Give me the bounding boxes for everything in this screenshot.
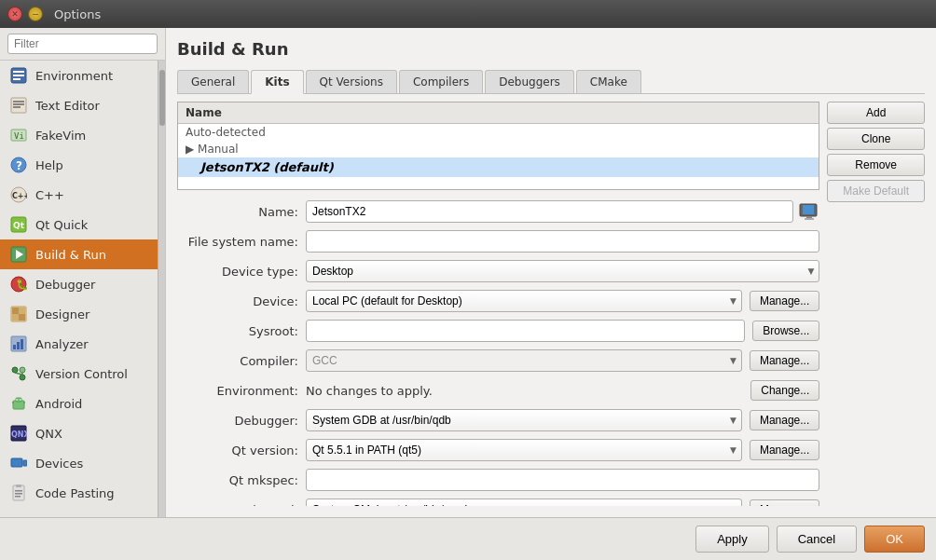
svg-point-29 <box>12 367 18 373</box>
tab-qt-versions[interactable]: Qt Versions <box>306 70 397 93</box>
compiler-select[interactable]: GCC <box>306 349 742 372</box>
minimize-button[interactable]: − <box>28 7 43 21</box>
sidebar-item-version-control[interactable]: Version Control <box>0 359 158 389</box>
form-row-qt-version: Qt version: Qt 5.5.1 in PATH (qt5) Manag… <box>177 438 819 462</box>
devices-label: Devices <box>35 457 83 471</box>
form-area: Name: File system name: <box>177 199 819 506</box>
form-row-cmake-tool: CMake Tool: System CMake at /usr/bin/cma… <box>177 498 819 506</box>
svg-point-31 <box>20 367 25 373</box>
filesystem-label: File system name: <box>177 235 298 249</box>
device-select[interactable]: Local PC (default for Desktop) <box>306 290 742 312</box>
sidebar-item-help[interactable]: ? Help <box>0 150 158 180</box>
qt-mkspec-input[interactable] <box>306 469 819 491</box>
sidebar-item-cpp[interactable]: C++ C++ <box>0 180 158 210</box>
sidebar-item-android[interactable]: Android <box>0 389 158 418</box>
form-row-device: Device: Local PC (default for Desktop) M… <box>177 289 819 313</box>
android-icon <box>9 394 28 413</box>
build-run-label: Build & Run <box>35 248 106 262</box>
add-button[interactable]: Add <box>827 102 925 124</box>
cpp-label: C++ <box>35 188 64 202</box>
debugger-select[interactable]: System GDB at /usr/bin/qdb <box>306 409 742 431</box>
sidebar-item-designer[interactable]: Designer <box>0 299 158 329</box>
cmake-tool-select[interactable]: System CMake at /usr/bin/cmake <box>306 499 742 506</box>
name-input[interactable] <box>306 200 793 223</box>
compiler-manage-button[interactable]: Manage... <box>750 350 819 371</box>
compiler-select-wrapper: GCC <box>306 349 742 372</box>
sysroot-browse-button[interactable]: Browse... <box>752 321 819 341</box>
svg-rect-24 <box>19 314 25 321</box>
text-editor-icon <box>9 96 28 115</box>
make-default-button[interactable]: Make Default <box>827 180 925 202</box>
device-type-select[interactable]: Desktop <box>306 260 819 282</box>
sidebar-item-code-pasting[interactable]: Code Pasting <box>0 478 158 508</box>
filesystem-input[interactable] <box>306 230 819 253</box>
svg-text:🐛: 🐛 <box>16 278 28 291</box>
sidebar-item-analyzer[interactable]: Analyzer <box>0 329 158 359</box>
environment-change-button[interactable]: Change... <box>750 380 819 401</box>
tab-debuggers[interactable]: Debuggers <box>485 70 574 93</box>
kit-list-area: Name Auto-detected ▶ Manual JetsonTX2 (d… <box>177 102 819 506</box>
sidebar-list: Environment Text Editor Vi FakeVim <box>0 61 158 517</box>
window-title: Options <box>54 7 101 21</box>
kit-item-jetsontx2[interactable]: JetsonTX2 (default) <box>178 157 819 177</box>
cmake-tool-manage-button[interactable]: Manage... <box>750 499 819 506</box>
kit-group-auto: Auto-detected <box>178 124 819 141</box>
help-icon: ? <box>9 156 28 174</box>
qt-version-manage-button[interactable]: Manage... <box>750 440 819 460</box>
device-select-wrapper: Local PC (default for Desktop) <box>306 290 742 312</box>
sidebar-item-environment[interactable]: Environment <box>0 61 158 90</box>
filter-input[interactable] <box>7 34 158 54</box>
sidebar-item-devices[interactable]: Devices <box>0 448 158 478</box>
analyzer-label: Analyzer <box>35 337 89 351</box>
name-input-group <box>306 200 819 223</box>
sidebar-item-debugger[interactable]: 🐛 Debugger <box>0 269 158 299</box>
tab-general[interactable]: General <box>177 70 249 93</box>
device-label: Device: <box>177 294 298 308</box>
form-row-sysroot: Sysroot: Browse... <box>177 319 819 343</box>
tab-kits[interactable]: Kits <box>251 70 303 94</box>
qt-version-select[interactable]: Qt 5.5.1 in PATH (qt5) <box>306 439 742 461</box>
debugger-manage-button[interactable]: Manage... <box>750 410 819 430</box>
ok-button[interactable]: OK <box>864 526 925 553</box>
environment-label: Environment <box>35 69 113 83</box>
sidebar-item-build-run[interactable]: Build & Run <box>0 239 158 269</box>
form-row-environment: Environment: No changes to apply. Change… <box>177 378 819 403</box>
sidebar: Environment Text Editor Vi FakeVim <box>0 28 166 517</box>
kit-table-header: Name <box>178 102 819 124</box>
android-label: Android <box>35 397 82 411</box>
tab-cmake[interactable]: CMake <box>576 70 641 93</box>
close-button[interactable]: ✕ <box>7 7 22 21</box>
sidebar-item-qt-quick[interactable]: Qt Qt Quick <box>0 210 158 239</box>
sidebar-scrollbar[interactable] <box>158 61 165 517</box>
svg-rect-23 <box>12 314 19 321</box>
svg-rect-21 <box>12 307 19 314</box>
code-pasting-label: Code Pasting <box>35 486 115 500</box>
svg-text:Qt: Qt <box>13 221 25 230</box>
sysroot-input[interactable] <box>306 320 745 342</box>
svg-text:?: ? <box>16 159 22 172</box>
bottom-buttons: Apply Cancel OK <box>0 517 936 560</box>
svg-rect-3 <box>13 78 21 80</box>
form-row-qt-mkspec: Qt mkspec: <box>177 468 819 492</box>
remove-button[interactable]: Remove <box>827 154 925 176</box>
apply-button[interactable]: Apply <box>695 526 769 553</box>
device-type-select-wrapper: Desktop <box>306 260 819 282</box>
kit-buttons: Add Clone Remove Make Default <box>827 102 925 506</box>
sidebar-scroll-thumb[interactable] <box>159 70 165 126</box>
svg-rect-22 <box>19 307 25 314</box>
cmake-tool-label: CMake Tool: <box>177 503 298 507</box>
debugger-label: Debugger <box>35 278 95 292</box>
clone-button[interactable]: Clone <box>827 128 925 150</box>
monitor-icon <box>799 203 819 220</box>
cancel-button[interactable]: Cancel <box>777 526 857 553</box>
version-control-icon <box>9 364 28 383</box>
debugger-label: Debugger: <box>177 414 298 428</box>
sidebar-item-text-editor[interactable]: Text Editor <box>0 90 158 120</box>
devices-icon <box>9 454 28 472</box>
tab-compilers[interactable]: Compilers <box>399 70 483 93</box>
device-manage-button[interactable]: Manage... <box>750 291 819 311</box>
sidebar-item-fakevim[interactable]: Vi FakeVim <box>0 120 158 150</box>
help-label: Help <box>35 158 63 172</box>
sidebar-item-qnx[interactable]: QNX QNX <box>0 418 158 448</box>
kit-table: Name Auto-detected ▶ Manual JetsonTX2 (d… <box>177 102 819 190</box>
